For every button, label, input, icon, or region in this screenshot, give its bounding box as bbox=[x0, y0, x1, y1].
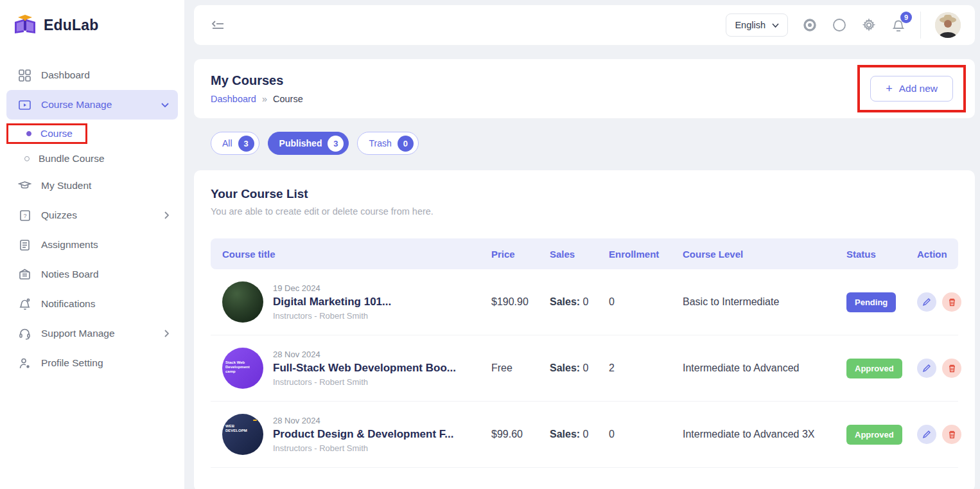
trash-icon bbox=[948, 430, 956, 439]
sidebar-item-label: Course Manage bbox=[41, 99, 112, 111]
course-meta: 28 Nov 2024 Full-Stack Web Development B… bbox=[273, 350, 456, 387]
delete-button[interactable] bbox=[942, 292, 961, 312]
page-header-left: My Courses Dashboard » Course bbox=[211, 73, 303, 104]
sidebar-item-label: Quizzes bbox=[41, 209, 77, 221]
sidebar-item-label: Support Manage bbox=[41, 328, 115, 339]
sales-cell: Sales: 0 bbox=[550, 296, 609, 308]
course-list-subtitle: You are able to create edit or delete co… bbox=[211, 206, 958, 217]
notification-count-badge: 9 bbox=[900, 12, 912, 23]
action-cell bbox=[917, 425, 961, 444]
delete-button[interactable] bbox=[942, 359, 961, 378]
breadcrumb-dashboard-link[interactable]: Dashboard bbox=[211, 94, 256, 104]
sales-value: 0 bbox=[583, 362, 589, 373]
sidebar-item-assignments[interactable]: Assignments bbox=[6, 230, 178, 260]
sidebar-item-label: Course bbox=[40, 128, 73, 139]
sales-value: 0 bbox=[583, 296, 589, 307]
topbar-divider bbox=[920, 12, 921, 39]
course-thumbnail: WEB DEVELOPM bbox=[222, 414, 263, 455]
language-value: English bbox=[735, 20, 766, 30]
profile-settings-icon bbox=[18, 357, 31, 370]
column-course-title: Course title bbox=[211, 249, 491, 260]
sidebar-item-course[interactable]: Course bbox=[8, 125, 85, 142]
delete-button[interactable] bbox=[942, 425, 961, 444]
sidebar-item-my-student[interactable]: My Student bbox=[6, 171, 178, 200]
filter-tab-published[interactable]: Published 3 bbox=[268, 132, 349, 155]
price-cell: $99.60 bbox=[491, 429, 550, 440]
sidebar-collapse-icon[interactable] bbox=[211, 19, 225, 31]
trash-icon bbox=[948, 298, 956, 307]
svg-text:?: ? bbox=[23, 213, 26, 219]
add-new-button[interactable]: + Add new bbox=[870, 76, 953, 102]
course-meta: 28 Nov 2024 Product Design & Development… bbox=[273, 416, 454, 453]
price-cell: $190.90 bbox=[491, 296, 550, 308]
filter-count-badge: 3 bbox=[328, 136, 344, 152]
visibility-eye-icon[interactable] bbox=[802, 17, 818, 33]
dark-mode-moon-icon[interactable] bbox=[832, 17, 847, 33]
course-instructor: Instructors - Robert Smith bbox=[273, 377, 456, 387]
edulab-logo-icon bbox=[13, 14, 37, 36]
filter-count-badge: 0 bbox=[398, 136, 414, 152]
status-badge: Approved bbox=[846, 425, 902, 445]
thumbnail-text: Stack Web Development camp bbox=[225, 360, 252, 374]
column-status: Status bbox=[846, 249, 917, 260]
plus-icon: + bbox=[886, 84, 893, 93]
course-date: 19 Dec 2024 bbox=[273, 283, 391, 293]
language-select[interactable]: English bbox=[726, 13, 788, 37]
sidebar-item-quizzes[interactable]: ? Quizzes bbox=[6, 200, 178, 230]
edit-button[interactable] bbox=[917, 425, 936, 444]
edit-button[interactable] bbox=[917, 359, 936, 378]
column-action: Action bbox=[917, 249, 958, 260]
course-title-link[interactable]: Digital Marketing 101... bbox=[273, 296, 391, 308]
sales-cell: Sales: 0 bbox=[550, 362, 609, 374]
status-badge: Pending bbox=[846, 292, 896, 312]
course-annotation-box: Course bbox=[6, 123, 87, 144]
notification-bell-icon[interactable]: 9 bbox=[891, 17, 906, 33]
column-enrollment: Enrollment bbox=[609, 249, 683, 260]
add-new-label: Add new bbox=[899, 83, 938, 94]
sidebar-item-course-manage[interactable]: Course Manage bbox=[6, 90, 178, 120]
status-cell: Approved bbox=[846, 425, 917, 445]
trash-icon bbox=[948, 364, 956, 373]
filter-tab-trash[interactable]: Trash 0 bbox=[357, 132, 418, 155]
chevron-right-icon bbox=[164, 330, 169, 337]
topbar-actions: English 9 bbox=[726, 12, 961, 39]
brand-logo[interactable]: EduLab bbox=[0, 0, 184, 42]
dashboard-icon bbox=[18, 69, 31, 82]
course-title-link[interactable]: Full-Stack Web Development Boo... bbox=[273, 362, 456, 375]
course-title-cell: Stack Web Development camp 28 Nov 2024 F… bbox=[211, 348, 491, 389]
filter-tab-all[interactable]: All 3 bbox=[211, 132, 259, 155]
pencil-icon bbox=[922, 298, 931, 307]
table-header-row: Course title Price Sales Enrollment Cour… bbox=[211, 238, 958, 269]
action-cell bbox=[917, 292, 961, 312]
course-table: Course title Price Sales Enrollment Cour… bbox=[211, 238, 958, 468]
sidebar-item-bundle-course[interactable]: Bundle Course bbox=[6, 149, 178, 168]
sidebar-item-dashboard[interactable]: Dashboard bbox=[6, 60, 178, 90]
topbar: English 9 bbox=[194, 5, 975, 45]
course-level-cell: Basic to Intermediate bbox=[683, 296, 846, 308]
headset-icon bbox=[18, 327, 31, 341]
course-instructor: Instructors - Robert Smith bbox=[273, 443, 454, 453]
course-title-cell: 19 Dec 2024 Digital Marketing 101... Ins… bbox=[211, 281, 491, 323]
sidebar-item-support-manage[interactable]: Support Manage bbox=[6, 319, 178, 348]
status-cell: Approved bbox=[846, 359, 917, 378]
sidebar-item-noties-board[interactable]: Noties Board bbox=[6, 260, 178, 289]
user-avatar[interactable] bbox=[935, 12, 961, 38]
settings-gear-icon[interactable] bbox=[861, 17, 877, 33]
bullet-icon bbox=[24, 156, 30, 161]
edit-button[interactable] bbox=[917, 292, 936, 312]
sidebar-item-label: Noties Board bbox=[41, 269, 99, 280]
course-instructor: Instructors - Robert Smith bbox=[273, 311, 391, 321]
sidebar-item-profile-setting[interactable]: Profile Setting bbox=[6, 348, 178, 378]
pencil-icon bbox=[922, 430, 931, 439]
notifications-bell-icon bbox=[18, 298, 31, 311]
enrollment-cell: 0 bbox=[609, 296, 683, 308]
column-sales: Sales bbox=[550, 249, 609, 260]
sidebar-item-notifications[interactable]: Notifications bbox=[6, 289, 178, 319]
sidebar-nav: Dashboard Course Manage Course Bundle Co… bbox=[0, 42, 184, 378]
course-title-link[interactable]: Product Design & Development F... bbox=[273, 428, 454, 441]
sidebar-item-label: Bundle Course bbox=[39, 153, 105, 164]
thumbnail-badge bbox=[253, 420, 257, 421]
table-row: Stack Web Development camp 28 Nov 2024 F… bbox=[211, 335, 958, 402]
chevron-down-icon bbox=[772, 23, 779, 28]
sales-value: 0 bbox=[583, 429, 589, 440]
